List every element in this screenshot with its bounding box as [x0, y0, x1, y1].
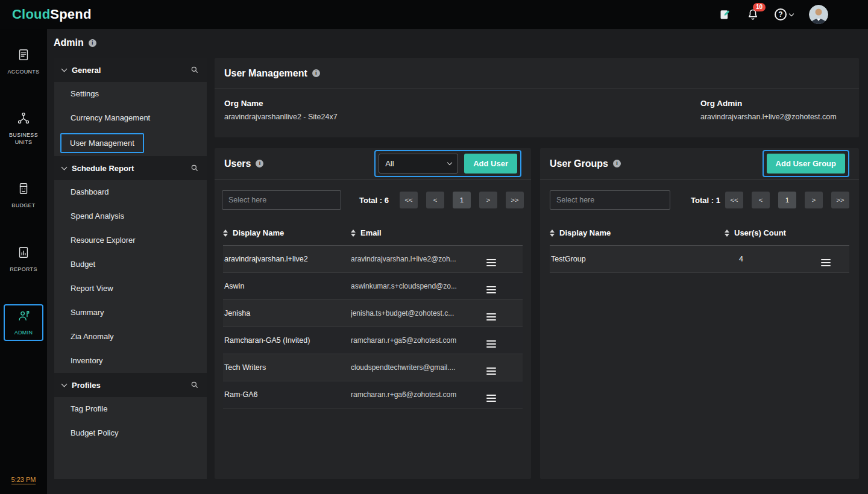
sidebar-item-business-units[interactable]: BUSINESS UNITS	[4, 107, 43, 151]
pagination-page-button[interactable]: 1	[453, 192, 471, 208]
row-menu-icon[interactable]	[486, 313, 496, 320]
column-header-email[interactable]: Email	[351, 228, 486, 237]
table-row: Tech Writers cloudspendtechwriters@gmail…	[223, 354, 523, 381]
pagination-last-button[interactable]: >>	[506, 192, 524, 208]
subnav-item-spend-analysis[interactable]: Spend Analysis	[54, 204, 207, 228]
subnav-item-resource-explorer[interactable]: Resource Explorer	[54, 228, 207, 252]
avatar[interactable]	[809, 5, 828, 24]
pagination-prev-button[interactable]: <	[426, 192, 444, 208]
section-label: General	[72, 66, 101, 75]
sort-icon[interactable]	[550, 230, 555, 237]
sidebar-item-reports[interactable]: REPORTS	[4, 241, 43, 278]
users-search-input[interactable]	[222, 190, 341, 210]
chevron-down-icon	[789, 11, 794, 16]
sort-icon[interactable]	[351, 230, 356, 237]
subnav-item-settings[interactable]: Settings	[54, 82, 207, 106]
org-info: Org Name aravindrajvarshanllive2 - Site2…	[215, 89, 859, 137]
users-pagination: << < 1 > >>	[400, 192, 524, 208]
sidebar-item-admin[interactable]: ADMIN	[4, 304, 43, 341]
info-icon[interactable]: i	[312, 69, 320, 77]
row-menu-icon[interactable]	[486, 395, 496, 402]
add-user-group-button[interactable]: Add User Group	[767, 154, 845, 174]
subnav-section-general[interactable]: General	[54, 58, 207, 82]
card-title: Users	[224, 158, 251, 169]
user-display-name: Jenisha	[223, 309, 351, 317]
subnav-item-currency-management[interactable]: Currency Management	[54, 106, 207, 130]
user-email: aravindrajvarshan.l+live2@zoh...	[351, 255, 486, 263]
pagination-page-button[interactable]: 1	[778, 192, 796, 208]
reports-icon	[17, 246, 30, 261]
pagination-next-button[interactable]: >	[805, 192, 823, 208]
user-display-name: Tech Writers	[223, 363, 351, 372]
column-header-display-name[interactable]: Display Name	[223, 228, 351, 237]
sort-icon[interactable]	[725, 230, 729, 237]
user-display-name: Aswin	[223, 282, 351, 290]
user-filter-value: All	[385, 159, 394, 168]
chevron-down-icon	[61, 381, 68, 387]
pagination-last-button[interactable]: >>	[831, 192, 849, 208]
accounts-icon	[17, 48, 30, 64]
cloudspend-logo: CloudSpend	[12, 7, 92, 22]
users-toolbar: Total : 6 << < 1 > >>	[215, 180, 531, 220]
user-groups-search-input[interactable]	[550, 190, 670, 210]
row-menu-icon[interactable]	[486, 340, 496, 348]
column-header-users-count[interactable]: User(s) Count	[725, 228, 821, 237]
user-email: cloudspendtechwriters@gmail....	[351, 363, 486, 372]
admin-subnav: General Settings Currency Management Use…	[54, 58, 207, 479]
search-icon[interactable]	[190, 381, 199, 389]
pagination-first-button[interactable]: <<	[725, 192, 743, 208]
row-menu-icon[interactable]	[486, 286, 496, 293]
sort-icon[interactable]	[223, 230, 228, 237]
user-groups-pagination: << < 1 > >>	[725, 192, 849, 208]
subnav-item-budget[interactable]: Budget	[54, 252, 207, 277]
page-title-text: Admin	[54, 37, 84, 48]
subnav-section-schedule-report[interactable]: Schedule Report	[54, 156, 207, 180]
subnav-section-profiles[interactable]: Profiles	[54, 373, 207, 397]
info-icon[interactable]: i	[256, 160, 263, 167]
section-label: Profiles	[72, 381, 101, 390]
row-menu-icon[interactable]	[486, 259, 496, 266]
table-row: aravindrajvarshan.l+live2 aravindrajvars…	[223, 246, 523, 273]
search-icon[interactable]	[190, 66, 199, 74]
user-email: aswinkumar.s+cloudspend@zo...	[351, 282, 486, 290]
row-menu-icon[interactable]	[821, 259, 831, 266]
subnav-item-dashboard[interactable]: Dashboard	[54, 180, 207, 204]
subnav-item-inventory[interactable]: Inventory	[54, 349, 207, 373]
chevron-down-icon	[447, 160, 452, 165]
sidebar-item-label: BUDGET	[11, 202, 35, 209]
users-total-count: Total : 6	[359, 196, 389, 205]
pagination-prev-button[interactable]: <	[752, 192, 770, 208]
users-table-header: Display Name Email	[223, 220, 523, 246]
sidebar-item-accounts[interactable]: ACCOUNTS	[4, 43, 43, 80]
help-icon[interactable]: ?	[775, 8, 793, 20]
subnav-item-tag-profile[interactable]: Tag Profile	[54, 397, 207, 421]
pagination-next-button[interactable]: >	[479, 192, 497, 208]
user-filter-select[interactable]: All	[379, 154, 458, 174]
feedback-icon[interactable]	[719, 8, 731, 20]
sidebar-item-budget[interactable]: BUDGET	[4, 177, 43, 214]
org-name-label: Org Name	[224, 99, 338, 108]
topbar-icons: 10 ?	[719, 5, 856, 24]
subnav-item-zia-anomaly[interactable]: Zia Anomaly	[54, 325, 207, 349]
topbar: CloudSpend 10 ?	[0, 0, 868, 29]
row-menu-icon[interactable]	[486, 367, 496, 375]
user-management-card-header: User Management i	[215, 58, 859, 89]
subnav-item-budget-policy[interactable]: Budget Policy	[54, 421, 207, 445]
notification-badge: 10	[753, 3, 766, 11]
info-icon[interactable]: i	[613, 160, 621, 167]
user-groups-card: User Groups i Add User Group Total : 1 <…	[540, 148, 859, 479]
column-label: User(s) Count	[734, 228, 786, 237]
column-header-display-name[interactable]: Display Name	[550, 228, 725, 237]
add-user-button[interactable]: Add User	[464, 154, 517, 174]
subnav-item-user-management[interactable]: User Management	[60, 133, 144, 153]
table-row: TestGroup 4	[550, 246, 849, 273]
subnav-item-report-view[interactable]: Report View	[54, 277, 207, 301]
users-actions-highlight: All Add User	[374, 150, 521, 177]
apps-grid-icon[interactable]	[844, 8, 856, 20]
pagination-first-button[interactable]: <<	[400, 192, 418, 208]
notifications-bell-icon[interactable]: 10	[747, 8, 759, 21]
subnav-item-summary[interactable]: Summary	[54, 301, 207, 325]
info-icon[interactable]: i	[89, 39, 96, 47]
user-display-name: aravindrajvarshan.l+live2	[223, 255, 351, 263]
search-icon[interactable]	[190, 164, 199, 172]
